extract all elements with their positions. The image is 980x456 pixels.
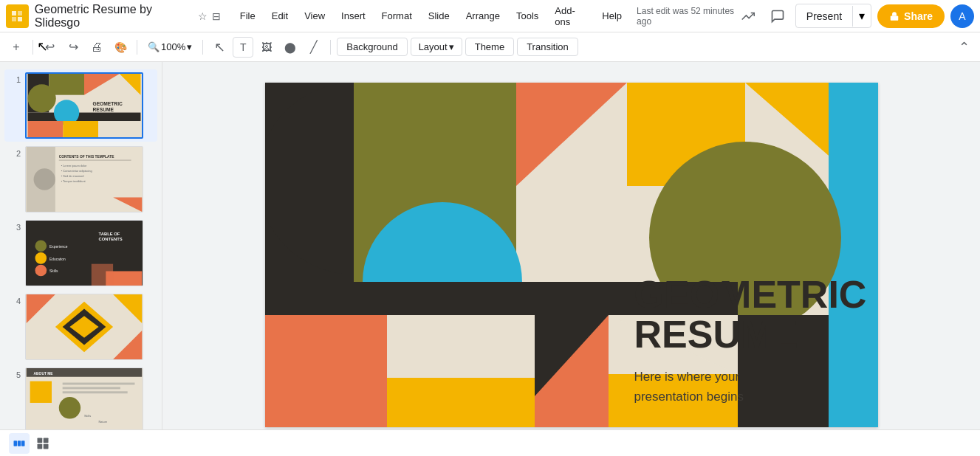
svg-text:GEOMETRIC: GEOMETRIC xyxy=(92,101,123,106)
svg-rect-72 xyxy=(387,378,535,427)
redo-icon[interactable]: ↪ xyxy=(63,37,83,58)
avatar[interactable]: A xyxy=(950,4,974,28)
transition-button[interactable]: Transition xyxy=(517,38,578,56)
svg-text:CONTENTS: CONTENTS xyxy=(99,237,123,241)
slide-num-3: 3 xyxy=(10,223,21,232)
menu-arrange[interactable]: Arrange xyxy=(459,7,507,24)
add-slide-icon[interactable]: + xyxy=(6,37,27,58)
svg-rect-55 xyxy=(63,391,128,393)
svg-rect-70 xyxy=(265,315,387,427)
svg-text:Education: Education xyxy=(49,258,66,261)
zoom-control[interactable]: 🔍 100% ▾ xyxy=(143,37,196,58)
menu-edit[interactable]: Edit xyxy=(264,7,295,24)
present-dropdown-icon[interactable]: ▾ xyxy=(853,4,871,27)
line-icon[interactable]: ╱ xyxy=(304,37,324,58)
slide-item-5[interactable]: 5 ABOUT ME Skills xyxy=(4,365,157,437)
svg-rect-81 xyxy=(21,441,25,446)
svg-point-35 xyxy=(35,252,47,264)
main-area: 1 xyxy=(0,62,980,456)
svg-rect-54 xyxy=(63,387,120,389)
svg-rect-18 xyxy=(63,121,98,137)
doc-title-text[interactable]: Geometric Resume by Slidesgo xyxy=(35,3,193,30)
menu-bar: File Edit View Insert Format Slide Arran… xyxy=(233,2,736,30)
svg-text:ABOUT ME: ABOUT ME xyxy=(34,372,54,376)
image-icon[interactable]: 🖼 xyxy=(256,37,277,58)
filmstrip-view-btn[interactable] xyxy=(9,433,30,454)
canvas-area: GEOMETRICRESUME Here is where yourpresen… xyxy=(162,62,980,456)
zoom-out-icon[interactable]: 🔍 xyxy=(148,41,160,52)
svg-point-13 xyxy=(28,84,56,112)
undo-icon[interactable]: ↩ xyxy=(39,37,60,58)
svg-rect-51 xyxy=(30,381,52,403)
view-toggle xyxy=(9,433,53,454)
svg-rect-85 xyxy=(44,443,49,449)
slide-thumb-2[interactable]: CONTENTS OF THIS TEMPLATE • Lorem ipsum … xyxy=(25,146,143,213)
share-label: Share xyxy=(904,10,933,22)
collapse-toolbar-icon[interactable]: ⌃ xyxy=(953,37,974,58)
svg-rect-5 xyxy=(891,15,899,20)
menu-slide[interactable]: Slide xyxy=(421,7,457,24)
svg-rect-2 xyxy=(18,11,22,15)
svg-rect-23 xyxy=(59,160,131,161)
paint-format-icon[interactable]: 🎨 xyxy=(110,37,131,58)
print-icon[interactable]: 🖨 xyxy=(86,37,107,58)
last-edit[interactable]: Last edit was 52 minutes ago xyxy=(637,6,736,27)
slide-thumb-3[interactable]: TABLE OF CONTENTS Experience Education S… xyxy=(25,220,143,286)
cursor-icon[interactable]: ↖ xyxy=(209,37,230,58)
layout-button[interactable]: Layout ▾ xyxy=(411,38,462,56)
zoom-value[interactable]: 100% xyxy=(161,41,185,52)
present-button[interactable]: Present ▾ xyxy=(795,4,871,28)
svg-point-33 xyxy=(35,240,47,252)
svg-rect-53 xyxy=(63,383,135,385)
slide-thumb-5[interactable]: ABOUT ME Skills Nature xyxy=(25,367,143,434)
svg-rect-40 xyxy=(92,264,113,286)
separator-4 xyxy=(330,40,331,55)
slide-canvas[interactable]: GEOMETRICRESUME Here is where yourpresen… xyxy=(265,83,878,427)
svg-rect-80 xyxy=(18,441,21,446)
menu-help[interactable]: Help xyxy=(594,7,629,24)
background-button[interactable]: Background xyxy=(337,38,407,56)
svg-point-29 xyxy=(34,168,55,190)
layout-dropdown-icon[interactable]: ▾ xyxy=(449,41,454,52)
slide-thumb-1[interactable]: GEOMETRIC RESUME xyxy=(25,72,143,139)
app-icon[interactable] xyxy=(6,4,29,28)
slide-num-5: 5 xyxy=(10,370,21,379)
layout-label: Layout xyxy=(419,41,448,52)
present-label[interactable]: Present xyxy=(796,6,853,27)
svg-text:• Tempor incididunt: • Tempor incididunt xyxy=(61,179,86,183)
menu-file[interactable]: File xyxy=(233,7,263,24)
star-icon[interactable]: ☆ xyxy=(198,10,208,22)
text-box-icon[interactable]: T xyxy=(233,37,253,58)
svg-rect-82 xyxy=(38,438,43,443)
shapes-icon[interactable]: ⬤ xyxy=(280,37,301,58)
theme-button[interactable]: Theme xyxy=(465,38,514,56)
zoom-dropdown-icon[interactable]: ▾ xyxy=(187,41,192,52)
slide-item-3[interactable]: 3 TABLE OF CONTENTS Experience Education… xyxy=(4,217,157,289)
trending-icon[interactable] xyxy=(736,4,760,28)
svg-rect-83 xyxy=(44,438,49,443)
svg-text:Nature: Nature xyxy=(99,420,108,424)
slide-item-2[interactable]: 2 CONTENTS OF THIS TEMPLATE • Lorem ipsu… xyxy=(4,143,157,215)
menu-format[interactable]: Format xyxy=(374,7,419,24)
menu-insert[interactable]: Insert xyxy=(334,7,373,24)
top-bar: Geometric Resume by Slidesgo ☆ ⊟ File Ed… xyxy=(0,0,980,32)
menu-addons[interactable]: Add-ons xyxy=(547,2,593,30)
slide-item-1[interactable]: 1 xyxy=(4,69,157,142)
svg-text:Experience: Experience xyxy=(49,245,68,249)
svg-rect-19 xyxy=(98,121,140,137)
svg-text:Skills: Skills xyxy=(49,269,58,273)
separator-3 xyxy=(202,40,203,55)
slide-item-4[interactable]: 4 xyxy=(4,291,157,363)
menu-tools[interactable]: Tools xyxy=(509,7,546,24)
separator-1 xyxy=(32,40,33,55)
menu-view[interactable]: View xyxy=(297,7,332,24)
slide-num-1: 1 xyxy=(10,75,21,84)
svg-text:CONTENTS OF THIS TEMPLATE: CONTENTS OF THIS TEMPLATE xyxy=(59,155,114,159)
svg-rect-7 xyxy=(28,113,141,121)
share-button[interactable]: Share xyxy=(877,4,945,28)
grid-view-btn[interactable] xyxy=(32,433,53,454)
slide-num-4: 4 xyxy=(10,297,21,305)
slide-thumb-4[interactable] xyxy=(25,294,143,360)
comment-icon[interactable] xyxy=(766,4,789,28)
svg-point-52 xyxy=(59,397,80,418)
